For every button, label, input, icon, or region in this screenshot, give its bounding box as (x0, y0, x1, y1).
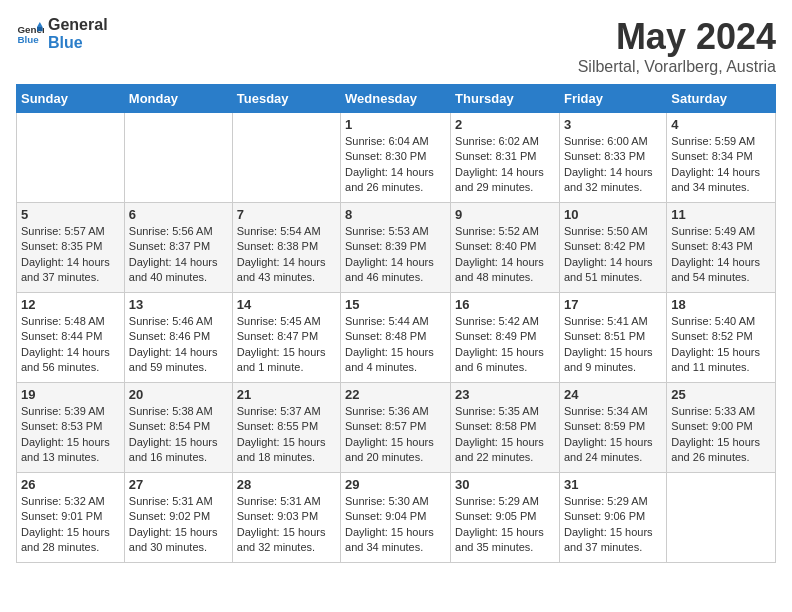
day-number: 9 (455, 207, 555, 222)
day-info: Sunrise: 5:40 AMSunset: 8:52 PMDaylight:… (671, 314, 771, 376)
day-number: 26 (21, 477, 120, 492)
day-number: 1 (345, 117, 446, 132)
day-number: 25 (671, 387, 771, 402)
day-number: 29 (345, 477, 446, 492)
day-info: Sunrise: 5:52 AMSunset: 8:40 PMDaylight:… (455, 224, 555, 286)
calendar-cell: 3Sunrise: 6:00 AMSunset: 8:33 PMDaylight… (559, 113, 666, 203)
calendar-cell: 18Sunrise: 5:40 AMSunset: 8:52 PMDayligh… (667, 293, 776, 383)
calendar-cell: 19Sunrise: 5:39 AMSunset: 8:53 PMDayligh… (17, 383, 125, 473)
day-info: Sunrise: 5:29 AMSunset: 9:06 PMDaylight:… (564, 494, 662, 556)
day-info: Sunrise: 5:45 AMSunset: 8:47 PMDaylight:… (237, 314, 336, 376)
day-number: 18 (671, 297, 771, 312)
day-info: Sunrise: 5:49 AMSunset: 8:43 PMDaylight:… (671, 224, 771, 286)
day-number: 11 (671, 207, 771, 222)
day-number: 19 (21, 387, 120, 402)
day-number: 16 (455, 297, 555, 312)
day-info: Sunrise: 5:29 AMSunset: 9:05 PMDaylight:… (455, 494, 555, 556)
page-title: May 2024 (578, 16, 776, 58)
day-info: Sunrise: 5:41 AMSunset: 8:51 PMDaylight:… (564, 314, 662, 376)
calendar-cell: 1Sunrise: 6:04 AMSunset: 8:30 PMDaylight… (341, 113, 451, 203)
day-number: 12 (21, 297, 120, 312)
calendar-header-row: SundayMondayTuesdayWednesdayThursdayFrid… (17, 85, 776, 113)
calendar-cell: 15Sunrise: 5:44 AMSunset: 8:48 PMDayligh… (341, 293, 451, 383)
day-info: Sunrise: 5:37 AMSunset: 8:55 PMDaylight:… (237, 404, 336, 466)
header-friday: Friday (559, 85, 666, 113)
calendar-cell: 6Sunrise: 5:56 AMSunset: 8:37 PMDaylight… (124, 203, 232, 293)
day-info: Sunrise: 5:33 AMSunset: 9:00 PMDaylight:… (671, 404, 771, 466)
day-number: 8 (345, 207, 446, 222)
calendar-cell: 10Sunrise: 5:50 AMSunset: 8:42 PMDayligh… (559, 203, 666, 293)
calendar-week-row: 1Sunrise: 6:04 AMSunset: 8:30 PMDaylight… (17, 113, 776, 203)
calendar-week-row: 5Sunrise: 5:57 AMSunset: 8:35 PMDaylight… (17, 203, 776, 293)
day-info: Sunrise: 5:54 AMSunset: 8:38 PMDaylight:… (237, 224, 336, 286)
logo-text-line1: General (48, 16, 108, 34)
day-number: 13 (129, 297, 228, 312)
day-number: 4 (671, 117, 771, 132)
calendar-week-row: 12Sunrise: 5:48 AMSunset: 8:44 PMDayligh… (17, 293, 776, 383)
day-number: 21 (237, 387, 336, 402)
logo-text-line2: Blue (48, 34, 108, 52)
day-number: 23 (455, 387, 555, 402)
day-info: Sunrise: 6:04 AMSunset: 8:30 PMDaylight:… (345, 134, 446, 196)
header-thursday: Thursday (451, 85, 560, 113)
day-number: 5 (21, 207, 120, 222)
page-header: General Blue General Blue May 2024 Silbe… (16, 16, 776, 76)
day-info: Sunrise: 5:46 AMSunset: 8:46 PMDaylight:… (129, 314, 228, 376)
title-area: May 2024 Silbertal, Vorarlberg, Austria (578, 16, 776, 76)
calendar-cell: 20Sunrise: 5:38 AMSunset: 8:54 PMDayligh… (124, 383, 232, 473)
day-info: Sunrise: 5:38 AMSunset: 8:54 PMDaylight:… (129, 404, 228, 466)
calendar-cell: 4Sunrise: 5:59 AMSunset: 8:34 PMDaylight… (667, 113, 776, 203)
day-number: 20 (129, 387, 228, 402)
day-number: 22 (345, 387, 446, 402)
calendar-cell: 21Sunrise: 5:37 AMSunset: 8:55 PMDayligh… (232, 383, 340, 473)
calendar-cell: 9Sunrise: 5:52 AMSunset: 8:40 PMDaylight… (451, 203, 560, 293)
day-number: 3 (564, 117, 662, 132)
day-info: Sunrise: 5:57 AMSunset: 8:35 PMDaylight:… (21, 224, 120, 286)
calendar-cell: 22Sunrise: 5:36 AMSunset: 8:57 PMDayligh… (341, 383, 451, 473)
day-info: Sunrise: 5:59 AMSunset: 8:34 PMDaylight:… (671, 134, 771, 196)
calendar-cell: 2Sunrise: 6:02 AMSunset: 8:31 PMDaylight… (451, 113, 560, 203)
calendar-cell: 25Sunrise: 5:33 AMSunset: 9:00 PMDayligh… (667, 383, 776, 473)
day-info: Sunrise: 5:48 AMSunset: 8:44 PMDaylight:… (21, 314, 120, 376)
calendar-cell: 16Sunrise: 5:42 AMSunset: 8:49 PMDayligh… (451, 293, 560, 383)
day-info: Sunrise: 5:53 AMSunset: 8:39 PMDaylight:… (345, 224, 446, 286)
day-info: Sunrise: 6:02 AMSunset: 8:31 PMDaylight:… (455, 134, 555, 196)
svg-marker-4 (37, 27, 43, 31)
day-info: Sunrise: 6:00 AMSunset: 8:33 PMDaylight:… (564, 134, 662, 196)
calendar-week-row: 19Sunrise: 5:39 AMSunset: 8:53 PMDayligh… (17, 383, 776, 473)
svg-text:Blue: Blue (17, 34, 39, 45)
header-saturday: Saturday (667, 85, 776, 113)
day-info: Sunrise: 5:32 AMSunset: 9:01 PMDaylight:… (21, 494, 120, 556)
day-info: Sunrise: 5:35 AMSunset: 8:58 PMDaylight:… (455, 404, 555, 466)
header-sunday: Sunday (17, 85, 125, 113)
calendar-cell: 27Sunrise: 5:31 AMSunset: 9:02 PMDayligh… (124, 473, 232, 563)
calendar-cell: 28Sunrise: 5:31 AMSunset: 9:03 PMDayligh… (232, 473, 340, 563)
day-info: Sunrise: 5:42 AMSunset: 8:49 PMDaylight:… (455, 314, 555, 376)
calendar-cell (232, 113, 340, 203)
calendar-cell: 26Sunrise: 5:32 AMSunset: 9:01 PMDayligh… (17, 473, 125, 563)
header-wednesday: Wednesday (341, 85, 451, 113)
day-info: Sunrise: 5:39 AMSunset: 8:53 PMDaylight:… (21, 404, 120, 466)
day-number: 14 (237, 297, 336, 312)
day-number: 17 (564, 297, 662, 312)
calendar-cell: 23Sunrise: 5:35 AMSunset: 8:58 PMDayligh… (451, 383, 560, 473)
header-monday: Monday (124, 85, 232, 113)
day-number: 31 (564, 477, 662, 492)
day-number: 24 (564, 387, 662, 402)
calendar-cell: 30Sunrise: 5:29 AMSunset: 9:05 PMDayligh… (451, 473, 560, 563)
day-info: Sunrise: 5:50 AMSunset: 8:42 PMDaylight:… (564, 224, 662, 286)
day-number: 10 (564, 207, 662, 222)
calendar-cell (17, 113, 125, 203)
calendar-cell: 11Sunrise: 5:49 AMSunset: 8:43 PMDayligh… (667, 203, 776, 293)
day-info: Sunrise: 5:31 AMSunset: 9:02 PMDaylight:… (129, 494, 228, 556)
logo-icon: General Blue (16, 20, 44, 48)
day-number: 28 (237, 477, 336, 492)
day-info: Sunrise: 5:30 AMSunset: 9:04 PMDaylight:… (345, 494, 446, 556)
day-number: 30 (455, 477, 555, 492)
logo: General Blue General Blue (16, 16, 108, 51)
calendar-cell: 29Sunrise: 5:30 AMSunset: 9:04 PMDayligh… (341, 473, 451, 563)
header-tuesday: Tuesday (232, 85, 340, 113)
calendar-cell: 7Sunrise: 5:54 AMSunset: 8:38 PMDaylight… (232, 203, 340, 293)
calendar-table: SundayMondayTuesdayWednesdayThursdayFrid… (16, 84, 776, 563)
day-info: Sunrise: 5:56 AMSunset: 8:37 PMDaylight:… (129, 224, 228, 286)
